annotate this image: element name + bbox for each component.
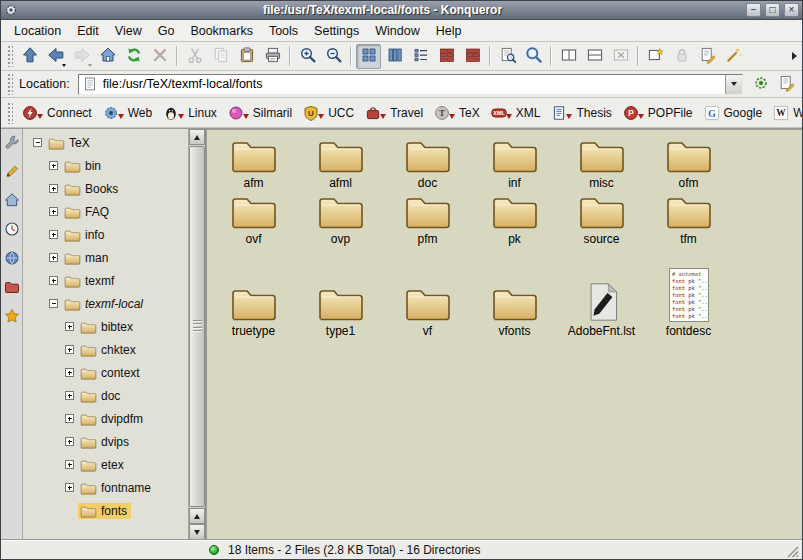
location-input[interactable]	[99, 77, 725, 91]
text-view-button[interactable]	[460, 44, 485, 69]
reload-button[interactable]	[121, 44, 146, 69]
folder-ofm[interactable]: ofm	[645, 137, 732, 193]
file-fontdesc[interactable]: # automatfont pk "..font pk "..font pk "…	[645, 249, 732, 341]
tree-expander-plus[interactable]	[65, 368, 74, 377]
scroll-up-button[interactable]	[189, 129, 205, 145]
bookmark-connect[interactable]: Connect	[17, 103, 97, 123]
multicolumn-view-button[interactable]	[382, 44, 407, 69]
bookmarks-toolbar-drag-handle[interactable]	[7, 102, 13, 124]
scroll-down-button[interactable]	[189, 524, 205, 540]
sidebar-tab-bookmarks-editor[interactable]	[3, 163, 21, 181]
tree-expander-minus[interactable]	[33, 138, 42, 147]
folder-pfm[interactable]: pfm	[384, 193, 471, 249]
zoom-out-button[interactable]	[321, 44, 346, 69]
location-dropdown-arrow[interactable]	[725, 75, 742, 94]
bookmark-ucc[interactable]: UUCC	[298, 103, 359, 123]
go-button[interactable]	[748, 72, 773, 97]
tree-expander-plus[interactable]	[49, 184, 58, 193]
sidebar-tab-history[interactable]	[3, 221, 21, 239]
tree-expander-plus[interactable]	[65, 437, 74, 446]
titlebar[interactable]: file:/usr/TeX/texmf-local/fonts - Konque…	[1, 1, 802, 20]
tree-item-fontname[interactable]: fontname	[23, 476, 188, 499]
menu-bookmarks[interactable]: Bookmarks	[182, 21, 261, 41]
file-adobefnt-lst[interactable]: AdobeFnt.lst	[558, 249, 645, 341]
menu-window[interactable]: Window	[367, 21, 427, 41]
sidebar-tab-services[interactable]	[3, 134, 21, 152]
split-view-left-right-button[interactable]	[556, 44, 581, 69]
up-button[interactable]	[17, 44, 42, 69]
folder-tree[interactable]: TeXbinBooksFAQinfomantexmftexmf-localbib…	[23, 129, 188, 540]
tree-expander-plus[interactable]	[65, 460, 74, 469]
info-list-view-button[interactable]	[434, 44, 459, 69]
lock-view-button[interactable]	[669, 44, 694, 69]
folder-vfonts[interactable]: vfonts	[471, 249, 558, 341]
tree-item-man[interactable]: man	[23, 246, 188, 269]
split-view-top-bottom-button[interactable]	[582, 44, 607, 69]
zoom-in-button[interactable]	[295, 44, 320, 69]
close-button[interactable]: ×	[784, 3, 799, 17]
tree-item-fonts[interactable]: fonts	[23, 499, 188, 522]
tree-item-doc[interactable]: doc	[23, 384, 188, 407]
sidebar-tab-root-folder[interactable]	[3, 279, 21, 297]
tree-item-bin[interactable]: bin	[23, 154, 188, 177]
tree-expander-plus[interactable]	[65, 391, 74, 400]
folder-inf[interactable]: inf	[471, 137, 558, 193]
minimize-button[interactable]: −	[746, 3, 761, 17]
folder-doc[interactable]: doc	[384, 137, 471, 193]
toolbar-overflow-arrow[interactable]	[789, 46, 799, 66]
folder-ovf[interactable]: ovf	[210, 193, 297, 249]
bookmark-tex[interactable]: TTeX	[429, 103, 485, 123]
clear-location-button[interactable]	[774, 72, 799, 97]
folder-misc[interactable]: misc	[558, 137, 645, 193]
back-button[interactable]	[43, 44, 68, 69]
sidebar-tab-network[interactable]	[3, 250, 21, 268]
maximize-button[interactable]: □	[765, 3, 780, 17]
bookmark-linux[interactable]: Linux	[158, 103, 222, 123]
link-view-button[interactable]	[695, 44, 720, 69]
folder-view[interactable]: afmafmldocinfmiscofmovfovppfmpksourcetfm…	[206, 129, 802, 540]
tree-expander-plus[interactable]	[49, 276, 58, 285]
tree-expander-plus[interactable]	[65, 322, 74, 331]
tree-item-etex[interactable]: etex	[23, 453, 188, 476]
forward-button[interactable]	[69, 44, 94, 69]
find-file-button[interactable]	[521, 44, 546, 69]
tree-scrollbar[interactable]	[188, 129, 205, 540]
fullscreen-button[interactable]	[721, 44, 746, 69]
new-tab-button[interactable]	[643, 44, 668, 69]
home-button[interactable]	[95, 44, 120, 69]
sidebar-tab-home-directory[interactable]	[3, 192, 21, 210]
tree-item-texmf-local[interactable]: texmf-local	[23, 292, 188, 315]
bookmark-web[interactable]: Web	[98, 103, 157, 123]
folder-source[interactable]: source	[558, 193, 645, 249]
bookmark-xml[interactable]: XMLXML	[486, 103, 546, 123]
folder-afm[interactable]: afm	[210, 137, 297, 193]
folder-pk[interactable]: pk	[471, 193, 558, 249]
tree-expander-plus[interactable]	[49, 230, 58, 239]
scroll-up-button-2[interactable]	[189, 508, 205, 524]
scrollbar-track[interactable]	[189, 145, 205, 508]
tree-expander-plus[interactable]	[65, 483, 74, 492]
bookmark-silmaril[interactable]: Silmaril	[223, 103, 297, 123]
bookmark-popfile[interactable]: PPOPFile	[618, 103, 698, 123]
menu-help[interactable]: Help	[428, 21, 470, 41]
tree-item-dvips[interactable]: dvips	[23, 430, 188, 453]
menu-tools[interactable]: Tools	[261, 21, 306, 41]
tree-expander-plus[interactable]	[49, 161, 58, 170]
sidebar-tab-bookmarks[interactable]	[3, 308, 21, 326]
print-button[interactable]	[260, 44, 285, 69]
menu-edit[interactable]: Edit	[69, 21, 107, 41]
tree-expander-minus[interactable]	[49, 299, 58, 308]
tree-item-faq[interactable]: FAQ	[23, 200, 188, 223]
tree-expander-plus[interactable]	[65, 414, 74, 423]
tree-expander-plus[interactable]	[65, 345, 74, 354]
bookmark-wikipedia[interactable]: WWikipedia	[768, 103, 803, 123]
bookmark-travel[interactable]: Travel	[360, 103, 428, 123]
bookmark-google[interactable]: GGoogle	[699, 103, 768, 123]
folder-ovp[interactable]: ovp	[297, 193, 384, 249]
detailed-list-view-button[interactable]	[408, 44, 433, 69]
tree-item-bibtex[interactable]: bibtex	[23, 315, 188, 338]
copy-button[interactable]	[208, 44, 233, 69]
bookmark-thesis[interactable]: Thesis	[546, 103, 616, 123]
scrollbar-thumb[interactable]	[189, 146, 205, 507]
tree-item-dvipdfm[interactable]: dvipdfm	[23, 407, 188, 430]
